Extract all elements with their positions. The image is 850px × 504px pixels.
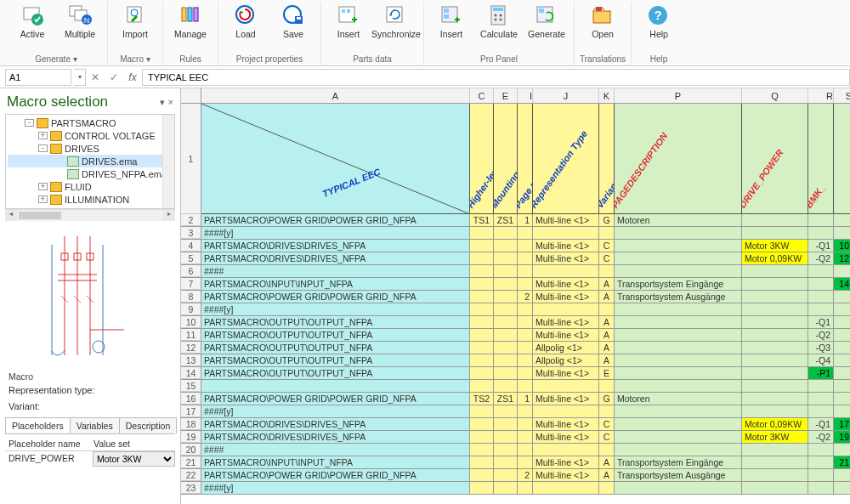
- header-cell[interactable]: [834, 104, 850, 213]
- table-row[interactable]: 3####[y]: [181, 227, 850, 240]
- table-row[interactable]: 10PARTSMACRO\OUTPUT\OUTPUT_NFPAMulti-lin…: [181, 316, 850, 329]
- cell[interactable]: Multi-line <1>: [533, 291, 599, 303]
- column-header[interactable]: K: [599, 88, 615, 103]
- cell[interactable]: PARTSMACRO\INPUT\INPUT_NFPA: [201, 278, 470, 290]
- tree-scrollbar[interactable]: [162, 115, 174, 208]
- row-number[interactable]: 14: [181, 367, 201, 379]
- cell[interactable]: [494, 316, 518, 328]
- row-number[interactable]: 1: [181, 104, 201, 214]
- cell[interactable]: Multi-line <1>: [533, 240, 599, 252]
- table-row[interactable]: 9####[y]: [181, 303, 850, 316]
- formula-cancel-icon[interactable]: ✕: [86, 71, 105, 83]
- cell[interactable]: [518, 227, 533, 239]
- table-row[interactable]: 17####[y]: [181, 405, 850, 418]
- cell[interactable]: [470, 291, 494, 303]
- cell[interactable]: [494, 444, 518, 456]
- cell[interactable]: A: [599, 291, 615, 303]
- cell[interactable]: C: [599, 252, 615, 264]
- cell[interactable]: -Q2: [808, 329, 834, 341]
- row-number[interactable]: 11: [181, 329, 201, 341]
- cell[interactable]: [834, 354, 850, 366]
- cell[interactable]: [808, 444, 834, 456]
- cell[interactable]: [834, 367, 850, 379]
- cell[interactable]: [470, 316, 494, 328]
- cell[interactable]: [518, 265, 533, 277]
- cell[interactable]: [494, 227, 518, 239]
- cell[interactable]: [494, 329, 518, 341]
- column-header[interactable]: S: [834, 88, 850, 103]
- table-row[interactable]: 23####[y]: [181, 482, 850, 495]
- cell[interactable]: [742, 278, 808, 290]
- cell[interactable]: [470, 380, 494, 392]
- cell[interactable]: [742, 469, 808, 481]
- panel-close-icon[interactable]: ×: [168, 97, 173, 107]
- name-box[interactable]: [5, 69, 71, 86]
- table-row[interactable]: 5PARTSMACRO\DRIVES\DRIVES_NFPAMulti-line…: [181, 252, 850, 265]
- cell[interactable]: [470, 252, 494, 264]
- cell[interactable]: -Q3: [808, 342, 834, 354]
- cell[interactable]: PARTSMACRO\OUTPUT\OUTPUT_NFPA: [201, 367, 470, 379]
- table-row[interactable]: 15: [181, 380, 850, 393]
- cell[interactable]: [494, 240, 518, 252]
- cell[interactable]: C: [599, 240, 615, 252]
- cell[interactable]: Transportsystem Eingänge: [615, 456, 742, 468]
- cell[interactable]: 2: [518, 291, 533, 303]
- cell[interactable]: Motor 3KW: [742, 240, 808, 252]
- cell[interactable]: Motoren: [615, 393, 742, 405]
- cell[interactable]: ####: [201, 444, 470, 456]
- cell[interactable]: [494, 354, 518, 366]
- name-box-dropdown[interactable]: ▾: [74, 69, 86, 86]
- cell[interactable]: [518, 303, 533, 315]
- tab-variables[interactable]: Variables: [70, 417, 120, 433]
- cell[interactable]: [834, 393, 850, 405]
- cell[interactable]: [470, 444, 494, 456]
- cell[interactable]: [494, 291, 518, 303]
- cell[interactable]: [742, 214, 808, 226]
- cell[interactable]: A: [599, 316, 615, 328]
- cell[interactable]: [518, 380, 533, 392]
- cell[interactable]: [834, 227, 850, 239]
- cell[interactable]: [742, 303, 808, 315]
- tab-placeholders[interactable]: Placeholders: [5, 417, 71, 433]
- cell[interactable]: [808, 482, 834, 494]
- cell[interactable]: [834, 444, 850, 456]
- cell[interactable]: [834, 265, 850, 277]
- cell[interactable]: Motor 0,09KW: [742, 252, 808, 264]
- cell[interactable]: TS2: [470, 393, 494, 405]
- cell[interactable]: PARTSMACRO\POWER GRID\POWER GRID_NFPA: [201, 393, 470, 405]
- tree-toggle-icon[interactable]: -: [38, 144, 48, 152]
- table-row[interactable]: 7PARTSMACRO\INPUT\INPUT_NFPAMulti-line <…: [181, 278, 850, 291]
- generate-btn[interactable]: Generate: [524, 2, 569, 41]
- cell[interactable]: [533, 405, 599, 417]
- cell[interactable]: Motor 0,09KW: [742, 418, 808, 430]
- cell[interactable]: [494, 482, 518, 494]
- column-header[interactable]: R: [808, 88, 834, 103]
- cell[interactable]: ZS1: [494, 393, 518, 405]
- cell[interactable]: C: [599, 431, 615, 443]
- cell[interactable]: G: [599, 393, 615, 405]
- cell[interactable]: PARTSMACRO\POWER GRID\POWER GRID_NFPA: [201, 469, 470, 481]
- cell[interactable]: [834, 303, 850, 315]
- cell[interactable]: Multi-line <1>: [533, 316, 599, 328]
- tree-item[interactable]: DRIVES.ema: [8, 155, 173, 167]
- cell[interactable]: [518, 367, 533, 379]
- row-number[interactable]: 15: [181, 380, 201, 392]
- multiple-btn[interactable]: NMultiple: [58, 2, 102, 41]
- cell[interactable]: Transportsystem Ausgänge: [615, 469, 742, 481]
- cell[interactable]: [808, 380, 834, 392]
- cell[interactable]: PARTSMACRO\DRIVES\DRIVES_NFPA: [201, 418, 470, 430]
- cell[interactable]: [470, 227, 494, 239]
- cell[interactable]: TS1: [470, 214, 494, 226]
- cell[interactable]: Multi-line <1>: [533, 278, 599, 290]
- cell[interactable]: -Q2: [808, 252, 834, 264]
- header-cell[interactable]: TYPICAL EEC: [201, 104, 470, 213]
- row-number[interactable]: 21: [181, 456, 201, 468]
- panel-pin-icon[interactable]: ▾: [160, 97, 165, 108]
- table-row[interactable]: 19PARTSMACRO\DRIVES\DRIVES_NFPAMulti-lin…: [181, 431, 850, 444]
- row-number[interactable]: 17: [181, 405, 201, 417]
- cell[interactable]: [742, 342, 808, 354]
- cell[interactable]: -Q2: [808, 431, 834, 443]
- cell[interactable]: [742, 291, 808, 303]
- row-number[interactable]: 22: [181, 469, 201, 481]
- fx-icon[interactable]: fx: [123, 71, 142, 83]
